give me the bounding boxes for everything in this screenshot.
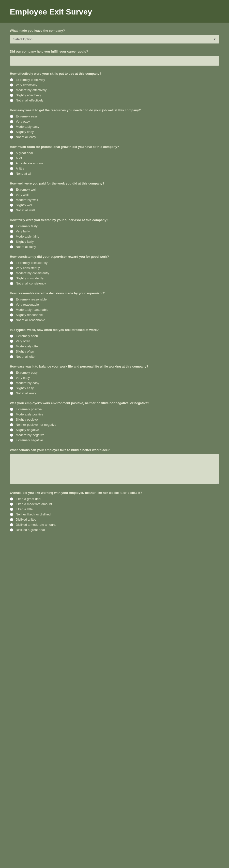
radio-option[interactable]: Not at all consistently bbox=[10, 282, 219, 285]
radio-input-q14-3[interactable] bbox=[10, 513, 13, 516]
radio-input-q8-4[interactable] bbox=[10, 282, 13, 285]
radio-option[interactable]: Moderately consistently bbox=[10, 271, 219, 275]
radio-input-q4-4[interactable] bbox=[10, 135, 13, 139]
radio-option[interactable]: Slightly fairly bbox=[10, 240, 219, 244]
radio-option[interactable]: Slightly reasonable bbox=[10, 313, 219, 317]
radio-option[interactable]: Extremely consistently bbox=[10, 261, 219, 265]
radio-option[interactable]: Slightly positive bbox=[10, 418, 219, 421]
radio-option[interactable]: Very easy bbox=[10, 376, 219, 379]
radio-option[interactable]: Slightly easy bbox=[10, 386, 219, 390]
radio-option[interactable]: Very well bbox=[10, 193, 219, 196]
radio-input-q14-0[interactable] bbox=[10, 497, 13, 501]
radio-option[interactable]: Neither positive nor negative bbox=[10, 423, 219, 427]
radio-input-q14-4[interactable] bbox=[10, 518, 13, 521]
radio-option[interactable]: A moderate amount bbox=[10, 161, 219, 165]
radio-option[interactable]: Very often bbox=[10, 339, 219, 343]
radio-option[interactable]: None at all bbox=[10, 172, 219, 176]
radio-option[interactable]: Moderately reasonable bbox=[10, 308, 219, 312]
radio-option[interactable]: Slightly consistently bbox=[10, 276, 219, 280]
radio-option[interactable]: Very fairly bbox=[10, 229, 219, 233]
radio-input-q4-1[interactable] bbox=[10, 120, 13, 123]
radio-input-q10-4[interactable] bbox=[10, 355, 13, 359]
radio-input-q5-0[interactable] bbox=[10, 151, 13, 155]
radio-option[interactable]: Moderately easy bbox=[10, 125, 219, 128]
radio-option[interactable]: Extremely positive bbox=[10, 407, 219, 411]
radio-input-q11-4[interactable] bbox=[10, 392, 13, 395]
radio-input-q8-2[interactable] bbox=[10, 272, 13, 275]
radio-input-q4-2[interactable] bbox=[10, 125, 13, 128]
radio-input-q12-6[interactable] bbox=[10, 438, 13, 442]
radio-input-q12-2[interactable] bbox=[10, 418, 13, 421]
radio-option[interactable]: Very easy bbox=[10, 120, 219, 123]
radio-option[interactable]: Not at all fairly bbox=[10, 245, 219, 249]
radio-input-q9-4[interactable] bbox=[10, 318, 13, 322]
radio-option[interactable]: Moderately effectively bbox=[10, 88, 219, 92]
radio-option[interactable]: Not at all effectively bbox=[10, 98, 219, 102]
radio-option[interactable]: Moderately negative bbox=[10, 433, 219, 437]
radio-option[interactable]: Slightly effectively bbox=[10, 93, 219, 97]
radio-input-q10-2[interactable] bbox=[10, 345, 13, 348]
radio-input-q9-3[interactable] bbox=[10, 313, 13, 317]
radio-input-q6-4[interactable] bbox=[10, 209, 13, 212]
radio-input-q3-0[interactable] bbox=[10, 78, 13, 82]
radio-option[interactable]: Disliked a great deal bbox=[10, 528, 219, 532]
radio-input-q5-3[interactable] bbox=[10, 167, 13, 170]
radio-input-q7-2[interactable] bbox=[10, 235, 13, 238]
radio-option[interactable]: Moderately easy bbox=[10, 381, 219, 385]
radio-input-q7-0[interactable] bbox=[10, 224, 13, 228]
radio-input-q11-1[interactable] bbox=[10, 376, 13, 379]
radio-option[interactable]: A great deal bbox=[10, 151, 219, 155]
radio-input-q3-4[interactable] bbox=[10, 99, 13, 102]
radio-option[interactable]: Extremely effectively bbox=[10, 78, 219, 82]
radio-option[interactable]: A lot bbox=[10, 156, 219, 160]
radio-option[interactable]: Neither liked nor disliked bbox=[10, 513, 219, 516]
radio-option[interactable]: Moderately well bbox=[10, 198, 219, 202]
radio-option[interactable]: Not at all easy bbox=[10, 135, 219, 139]
radio-option[interactable]: Liked a moderate amount bbox=[10, 502, 219, 506]
textarea-q13[interactable] bbox=[10, 454, 219, 484]
radio-option[interactable]: Extremely well bbox=[10, 188, 219, 191]
radio-input-q8-3[interactable] bbox=[10, 277, 13, 280]
radio-input-q7-1[interactable] bbox=[10, 230, 13, 233]
radio-input-q14-1[interactable] bbox=[10, 502, 13, 506]
radio-input-q6-3[interactable] bbox=[10, 204, 13, 207]
radio-option[interactable]: Moderately fairly bbox=[10, 235, 219, 238]
radio-input-q6-1[interactable] bbox=[10, 193, 13, 196]
radio-option[interactable]: Moderately positive bbox=[10, 412, 219, 416]
radio-input-q11-0[interactable] bbox=[10, 371, 13, 374]
radio-input-q12-4[interactable] bbox=[10, 428, 13, 432]
radio-input-q12-5[interactable] bbox=[10, 433, 13, 437]
radio-option[interactable]: Liked a little bbox=[10, 507, 219, 511]
radio-input-q10-0[interactable] bbox=[10, 334, 13, 338]
text-input-q2[interactable] bbox=[10, 56, 219, 66]
radio-input-q4-0[interactable] bbox=[10, 115, 13, 118]
radio-option[interactable]: A little bbox=[10, 166, 219, 170]
radio-input-q7-3[interactable] bbox=[10, 240, 13, 244]
radio-option[interactable]: Extremely reasonable bbox=[10, 298, 219, 301]
radio-input-q3-1[interactable] bbox=[10, 83, 13, 87]
radio-option[interactable]: Extremely easy bbox=[10, 371, 219, 374]
radio-input-q8-1[interactable] bbox=[10, 266, 13, 270]
radio-option[interactable]: Liked a great deal bbox=[10, 497, 219, 501]
radio-option[interactable]: Disliked a moderate amount bbox=[10, 523, 219, 527]
radio-option[interactable]: Not at all well bbox=[10, 208, 219, 212]
radio-input-q11-3[interactable] bbox=[10, 386, 13, 390]
radio-input-q7-4[interactable] bbox=[10, 245, 13, 249]
radio-option[interactable]: Slightly negative bbox=[10, 428, 219, 432]
radio-option[interactable]: Slightly well bbox=[10, 203, 219, 207]
radio-input-q8-0[interactable] bbox=[10, 261, 13, 265]
radio-input-q14-2[interactable] bbox=[10, 507, 13, 511]
radio-option[interactable]: Slightly easy bbox=[10, 130, 219, 134]
radio-input-q9-2[interactable] bbox=[10, 308, 13, 312]
radio-option[interactable]: Extremely fairly bbox=[10, 224, 219, 228]
radio-input-q3-2[interactable] bbox=[10, 88, 13, 92]
radio-option[interactable]: Not at all often bbox=[10, 355, 219, 359]
radio-option[interactable]: Extremely negative bbox=[10, 438, 219, 442]
radio-option[interactable]: Not at all easy bbox=[10, 391, 219, 395]
radio-input-q12-3[interactable] bbox=[10, 423, 13, 427]
select-q1[interactable]: Select OptionBetter opportunityWork-life… bbox=[10, 35, 219, 43]
radio-input-q3-3[interactable] bbox=[10, 94, 13, 97]
radio-input-q6-2[interactable] bbox=[10, 198, 13, 202]
radio-input-q4-3[interactable] bbox=[10, 130, 13, 134]
radio-option[interactable]: Slightly often bbox=[10, 350, 219, 353]
